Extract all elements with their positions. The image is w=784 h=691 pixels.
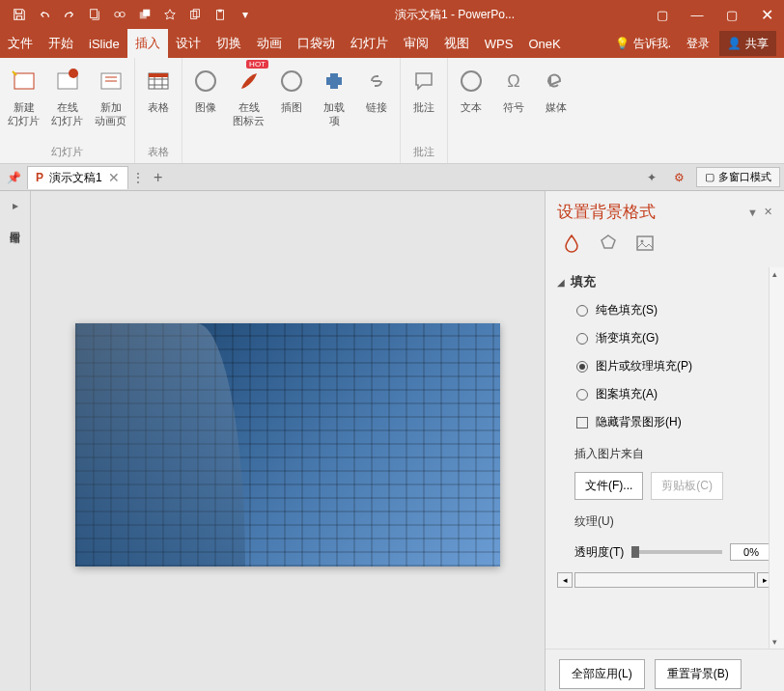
new-anim-button[interactable]: 新加 动画页 (89, 62, 132, 143)
fill-section-header[interactable]: ◢ 填充 (557, 267, 772, 296)
ribbon-options-button[interactable]: ▢ (645, 0, 680, 29)
svg-rect-8 (218, 10, 222, 13)
close-button[interactable]: ✕ (749, 0, 784, 29)
comment-button[interactable]: 批注 (403, 62, 445, 143)
image-icon (190, 66, 221, 97)
document-tab-label: 演示文稿1 (49, 170, 102, 186)
panel-category-tabs (546, 231, 784, 267)
link-button[interactable]: 链接 (355, 62, 398, 146)
tab-transition[interactable]: 切换 (209, 29, 249, 58)
tab-design[interactable]: 设计 (168, 29, 209, 58)
document-tab[interactable]: P 演示文稿1 ✕ (27, 166, 128, 189)
qat-star-button[interactable] (158, 3, 182, 26)
icon-cloud-button[interactable]: HOT 在线 图标云 (227, 62, 270, 146)
apply-all-button[interactable]: 全部应用(L) (559, 659, 645, 689)
symbol-button[interactable]: Ω 符号 (492, 62, 535, 146)
svg-point-17 (462, 71, 481, 91)
tab-wps[interactable]: WPS (477, 29, 521, 58)
save-button[interactable] (8, 3, 31, 26)
panel-vertical-scrollbar[interactable] (769, 267, 784, 649)
expand-thumbnails-button[interactable]: ▸ (13, 199, 18, 212)
qat-link-button[interactable] (108, 3, 131, 26)
tab-animation[interactable]: 动画 (249, 29, 290, 58)
tab-islide[interactable]: iSlide (81, 29, 127, 58)
qat-paste-button[interactable] (209, 3, 232, 26)
tab-home[interactable]: 开始 (41, 29, 81, 58)
panel-title: 设置背景格式 (557, 201, 742, 223)
tab-pocket[interactable]: 口袋动 (290, 29, 343, 58)
undo-button[interactable] (33, 3, 56, 26)
addin-button[interactable]: 加载 项 (313, 62, 355, 146)
illustration-button[interactable]: 插图 (270, 62, 313, 146)
table-button[interactable]: 表格 (137, 62, 180, 143)
minimize-button[interactable]: — (680, 0, 714, 29)
tab-view[interactable]: 视图 (436, 29, 477, 58)
fill-tab[interactable] (559, 231, 584, 256)
feather-icon (234, 66, 265, 97)
qat-shape-button[interactable] (133, 3, 156, 26)
slide-canvas[interactable] (31, 191, 545, 691)
multiwindow-button[interactable]: ▢ 多窗口模式 (696, 167, 780, 187)
slide-background-image (75, 323, 500, 567)
hide-bg-checkbox[interactable]: 隐藏背景图形(H) (557, 408, 772, 436)
checkbox-icon (576, 417, 588, 428)
gradient-fill-radio[interactable]: 渐变填充(G) (557, 324, 772, 352)
scroll-left-button[interactable]: ◂ (557, 572, 573, 588)
clipboard-button: 剪贴板(C) (651, 472, 723, 500)
pin-icon[interactable]: 📌 (4, 168, 23, 187)
comment-icon (408, 66, 439, 97)
image-button[interactable]: 图像 (184, 62, 227, 146)
solid-fill-radio[interactable]: 纯色填充(S) (557, 296, 772, 324)
panel-close-button[interactable]: ✕ (764, 206, 772, 218)
window-title: 演示文稿1 - PowerPo... (265, 7, 645, 23)
addin-icon (319, 66, 350, 97)
tab-menu-button[interactable]: ⋮ (132, 171, 144, 184)
login-button[interactable]: 登录 (681, 31, 715, 56)
redo-button[interactable] (58, 3, 81, 26)
radio-icon (576, 305, 588, 317)
maximize-button[interactable]: ▢ (714, 0, 749, 29)
share-button[interactable]: 👤共享 (719, 31, 776, 56)
radio-icon (576, 361, 588, 373)
slider-thumb[interactable] (631, 546, 639, 558)
slide[interactable] (75, 323, 500, 567)
tab-slideshow[interactable]: 幻灯片 (343, 29, 396, 58)
svg-rect-0 (91, 10, 98, 18)
panel-dropdown-button[interactable]: ▼ (747, 207, 758, 218)
pattern-fill-radio[interactable]: 图案填充(A) (557, 380, 772, 408)
tab-onek[interactable]: OneK (520, 29, 568, 58)
transparency-slider[interactable] (631, 550, 722, 554)
transparency-value[interactable]: 0% (730, 543, 772, 561)
ribbon-group-images: 图像 HOT 在线 图标云 插图 加载 项 链接 (182, 58, 401, 163)
tab-file[interactable]: 文件 (0, 29, 41, 58)
panel-horizontal-scrollbar[interactable]: ◂ ▸ (557, 568, 772, 592)
text-button[interactable]: 文本 (450, 62, 492, 146)
star-icon[interactable]: ✦ (642, 168, 661, 187)
reset-bg-button[interactable]: 重置背景(B) (655, 659, 742, 689)
close-tab-button[interactable]: ✕ (108, 170, 120, 185)
tab-insert[interactable]: 插入 (127, 29, 168, 58)
media-button[interactable]: 媒体 (535, 62, 577, 146)
svg-rect-14 (149, 73, 168, 77)
scroll-track[interactable] (574, 572, 755, 588)
new-slide-button[interactable]: 新建 幻灯片 (2, 62, 45, 143)
text-icon (456, 66, 487, 97)
window-icon: ▢ (705, 171, 714, 183)
add-tab-button[interactable]: + (148, 167, 169, 188)
link-icon (361, 66, 392, 97)
ribbon-group-table: 表格 表格 (135, 58, 182, 163)
svg-point-15 (196, 71, 215, 91)
file-button[interactable]: 文件(F)... (574, 472, 643, 500)
tab-review[interactable]: 审阅 (396, 29, 436, 58)
svg-point-2 (120, 12, 125, 16)
qat-page-button[interactable] (83, 3, 106, 26)
qat-copy-button[interactable] (183, 3, 207, 26)
online-slide-button[interactable]: 在线 幻灯片 (45, 62, 89, 143)
svg-text:Ω: Ω (507, 71, 519, 91)
qat-more-button[interactable]: ▾ (234, 3, 257, 26)
picture-tab[interactable] (632, 231, 658, 256)
tellme-button[interactable]: 💡告诉我. (609, 31, 677, 56)
gear-icon[interactable]: ⚙ (669, 168, 688, 187)
effects-tab[interactable] (596, 231, 621, 256)
picture-fill-radio[interactable]: 图片或纹理填充(P) (557, 352, 772, 380)
